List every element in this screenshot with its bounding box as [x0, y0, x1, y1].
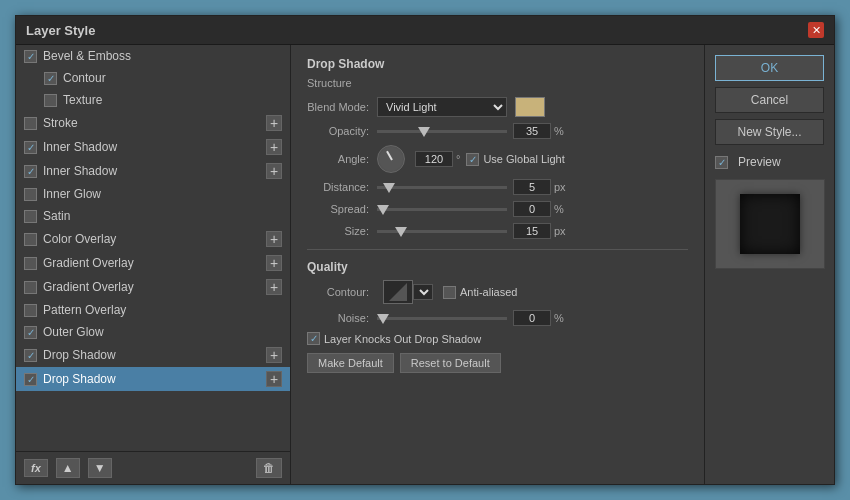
- opacity-row: Opacity: %: [307, 123, 688, 139]
- subsection-title: Structure: [307, 77, 688, 89]
- checkbox-drop-shadow-1[interactable]: [24, 349, 37, 362]
- color-swatch[interactable]: [515, 97, 545, 117]
- divider-1: [307, 249, 688, 250]
- checkbox-outer-glow[interactable]: [24, 326, 37, 339]
- checkbox-bevel-emboss[interactable]: [24, 50, 37, 63]
- distance-slider[interactable]: [377, 186, 507, 189]
- move-down-button[interactable]: ▼: [88, 458, 112, 478]
- label-texture: Texture: [63, 93, 282, 107]
- sidebar-item-inner-shadow-2[interactable]: Inner Shadow +: [16, 159, 290, 183]
- angle-label: Angle:: [307, 153, 377, 165]
- spread-slider[interactable]: [377, 208, 507, 211]
- layer-knocks-out-text: Layer Knocks Out Drop Shadow: [324, 333, 481, 345]
- checkbox-preview[interactable]: [715, 156, 728, 169]
- close-button[interactable]: ✕: [808, 22, 824, 38]
- checkbox-layer-knocks-out[interactable]: [307, 332, 320, 345]
- ok-button[interactable]: OK: [715, 55, 824, 81]
- checkbox-drop-shadow-2[interactable]: [24, 373, 37, 386]
- add-stroke-button[interactable]: +: [266, 115, 282, 131]
- opacity-input[interactable]: [513, 123, 551, 139]
- contour-label: Contour:: [307, 286, 377, 298]
- sidebar-item-satin[interactable]: Satin: [16, 205, 290, 227]
- make-default-button[interactable]: Make Default: [307, 353, 394, 373]
- delete-button[interactable]: 🗑: [256, 458, 282, 478]
- fx-button[interactable]: fx: [24, 459, 48, 477]
- distance-input[interactable]: [513, 179, 551, 195]
- blend-mode-row: Blend Mode: Vivid Light Normal Multiply …: [307, 97, 688, 117]
- sidebar-item-contour[interactable]: Contour: [16, 67, 290, 89]
- checkbox-inner-shadow-2[interactable]: [24, 165, 37, 178]
- bottom-buttons: Make Default Reset to Default: [307, 353, 688, 373]
- opacity-label: Opacity:: [307, 125, 377, 137]
- noise-input[interactable]: [513, 310, 551, 326]
- add-gradient-overlay-2-button[interactable]: +: [266, 279, 282, 295]
- sidebar-item-drop-shadow-2[interactable]: Drop Shadow +: [16, 367, 290, 391]
- size-unit: px: [554, 225, 566, 237]
- blend-mode-select[interactable]: Vivid Light Normal Multiply Screen: [377, 97, 507, 117]
- sidebar-item-stroke[interactable]: Stroke +: [16, 111, 290, 135]
- checkbox-gradient-overlay-1[interactable]: [24, 257, 37, 270]
- checkbox-use-global-light[interactable]: [466, 153, 479, 166]
- add-inner-shadow-1-button[interactable]: +: [266, 139, 282, 155]
- add-gradient-overlay-1-button[interactable]: +: [266, 255, 282, 271]
- sidebar-item-pattern-overlay[interactable]: Pattern Overlay: [16, 299, 290, 321]
- spread-row: Spread: %: [307, 201, 688, 217]
- new-style-button[interactable]: New Style...: [715, 119, 824, 145]
- checkbox-anti-aliased[interactable]: [443, 286, 456, 299]
- sidebar-item-inner-shadow-1[interactable]: Inner Shadow +: [16, 135, 290, 159]
- global-light-text: Use Global Light: [483, 153, 564, 165]
- checkbox-contour[interactable]: [44, 72, 57, 85]
- size-label: Size:: [307, 225, 377, 237]
- anti-aliased-label[interactable]: Anti-aliased: [443, 286, 517, 299]
- contour-thumbnail[interactable]: [383, 280, 413, 304]
- sidebar-item-color-overlay[interactable]: Color Overlay +: [16, 227, 290, 251]
- sidebar-item-bevel-emboss[interactable]: Bevel & Emboss: [16, 45, 290, 67]
- checkbox-texture[interactable]: [44, 94, 57, 107]
- checkbox-color-overlay[interactable]: [24, 233, 37, 246]
- checkbox-gradient-overlay-2[interactable]: [24, 281, 37, 294]
- contour-dropdown[interactable]: [413, 284, 433, 300]
- checkbox-inner-shadow-1[interactable]: [24, 141, 37, 154]
- checkbox-pattern-overlay[interactable]: [24, 304, 37, 317]
- sidebar-item-gradient-overlay-2[interactable]: Gradient Overlay +: [16, 275, 290, 299]
- label-satin: Satin: [43, 209, 282, 223]
- quality-title: Quality: [307, 260, 688, 274]
- sidebar-item-drop-shadow-1[interactable]: Drop Shadow +: [16, 343, 290, 367]
- contour-row: Contour: Anti-aliased: [307, 280, 688, 304]
- sidebar-item-texture[interactable]: Texture: [16, 89, 290, 111]
- layer-knocks-out-label[interactable]: Layer Knocks Out Drop Shadow: [307, 332, 481, 345]
- add-drop-shadow-1-button[interactable]: +: [266, 347, 282, 363]
- spread-slider-container: %: [377, 201, 688, 217]
- add-color-overlay-button[interactable]: +: [266, 231, 282, 247]
- preview-text: Preview: [738, 155, 781, 169]
- cancel-button[interactable]: Cancel: [715, 87, 824, 113]
- sidebar-item-inner-glow[interactable]: Inner Glow: [16, 183, 290, 205]
- distance-slider-container: px: [377, 179, 688, 195]
- add-inner-shadow-2-button[interactable]: +: [266, 163, 282, 179]
- sidebar-item-gradient-overlay-1[interactable]: Gradient Overlay +: [16, 251, 290, 275]
- spread-input[interactable]: [513, 201, 551, 217]
- add-drop-shadow-2-button[interactable]: +: [266, 371, 282, 387]
- angle-input[interactable]: [415, 151, 453, 167]
- sidebar-item-outer-glow[interactable]: Outer Glow: [16, 321, 290, 343]
- checkbox-satin[interactable]: [24, 210, 37, 223]
- checkbox-inner-glow[interactable]: [24, 188, 37, 201]
- title-bar: Layer Style ✕: [16, 16, 834, 45]
- opacity-slider[interactable]: [377, 130, 507, 133]
- angle-dial[interactable]: [377, 145, 405, 173]
- use-global-light-label[interactable]: Use Global Light: [466, 153, 564, 166]
- section-title: Drop Shadow: [307, 57, 688, 71]
- label-stroke: Stroke: [43, 116, 266, 130]
- move-up-button[interactable]: ▲: [56, 458, 80, 478]
- size-row: Size: px: [307, 223, 688, 239]
- distance-label: Distance:: [307, 181, 377, 193]
- size-slider[interactable]: [377, 230, 507, 233]
- anti-aliased-text: Anti-aliased: [460, 286, 517, 298]
- reset-to-default-button[interactable]: Reset to Default: [400, 353, 501, 373]
- size-input[interactable]: [513, 223, 551, 239]
- noise-slider[interactable]: [377, 317, 507, 320]
- angle-unit: °: [456, 153, 460, 165]
- checkbox-stroke[interactable]: [24, 117, 37, 130]
- label-bevel-emboss: Bevel & Emboss: [43, 49, 282, 63]
- left-panel-bottom: fx ▲ ▼ 🗑: [16, 451, 290, 484]
